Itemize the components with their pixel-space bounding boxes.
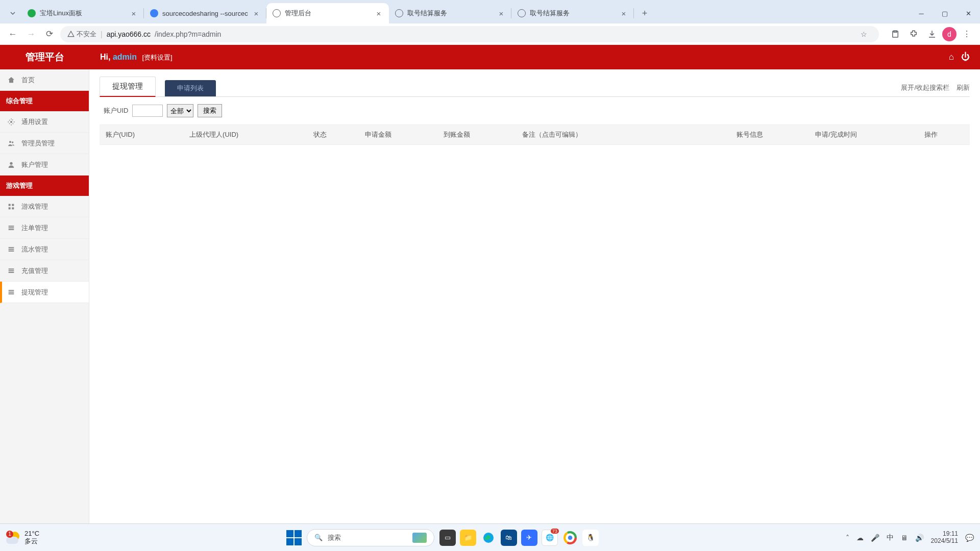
power-icon[interactable]: ⏻ — [961, 52, 970, 62]
close-icon[interactable]: × — [130, 9, 138, 17]
sidebar-item-account-manage[interactable]: 账户管理 — [0, 154, 89, 176]
chrome-icon[interactable] — [562, 530, 578, 546]
taskbar: 1 21°C多云 🔍 搜索 ▭ 📁 🛍 ✈ 🌐73 🐧 ˄ ☁ 🎤 中 🖥 🔊 … — [0, 523, 980, 551]
reload-button[interactable]: ⟳ — [42, 27, 57, 42]
taskview-icon[interactable]: ▭ — [439, 530, 456, 546]
system-tray: ˄ ☁ 🎤 中 🖥 🔊 19:112024/5/11 💬 — [846, 531, 974, 545]
col-account: 账户(UID) — [100, 125, 183, 145]
tab-title: 宝塔Linux面板 — [40, 9, 126, 18]
col-agent: 上级代理人(UID) — [183, 125, 307, 145]
qq-icon[interactable]: 🐧 — [582, 530, 599, 546]
weather-cond: 多云 — [24, 538, 39, 545]
col-apply-amount: 申请金额 — [359, 125, 437, 145]
store-icon[interactable]: 🛍 — [501, 530, 517, 546]
refresh-link[interactable]: 刷新 — [957, 83, 970, 92]
toggle-search-link[interactable]: 展开/收起搜索栏 — [901, 83, 949, 92]
browser-tab-active[interactable]: 管理后台× — [266, 3, 389, 23]
downloads-icon[interactable] — [924, 26, 940, 42]
minimize-button[interactable]: ─ — [910, 3, 933, 23]
svg-point-27 — [568, 535, 572, 540]
browser-tab[interactable]: 取号结算服务× — [389, 3, 511, 23]
col-status: 状态 — [307, 125, 359, 145]
taskbar-search[interactable]: 🔍 搜索 — [307, 529, 434, 546]
svg-point-5 — [10, 162, 12, 164]
weather-widget[interactable]: 1 21°C多云 — [6, 530, 39, 545]
sidebar-item-admin-manage[interactable]: 管理员管理 — [0, 133, 89, 154]
extensions-icon[interactable] — [905, 26, 922, 42]
new-tab-button[interactable]: + — [636, 5, 653, 22]
tab-search-dropdown[interactable] — [4, 3, 21, 23]
svg-rect-6 — [9, 204, 11, 206]
onedrive-icon[interactable]: ☁ — [856, 534, 864, 542]
feishu-icon[interactable]: ✈ — [521, 530, 537, 546]
uid-label: 账户UID — [104, 106, 128, 115]
profile-settings-link[interactable]: [资料设置] — [142, 54, 172, 61]
browser-tab[interactable]: sourcecodesharing --sourcec× — [144, 3, 266, 23]
profile-avatar[interactable]: d — [942, 27, 957, 41]
close-icon[interactable]: × — [375, 9, 383, 17]
ime-icon[interactable]: 中 — [887, 533, 894, 542]
menu-icon[interactable]: ⋮ — [959, 26, 975, 42]
forward-button[interactable]: → — [23, 27, 39, 42]
tray-overflow-icon[interactable]: ˄ — [846, 534, 849, 542]
sidebar-category-general: 综合管理 — [0, 91, 89, 111]
taskbar-apps: ▭ 📁 🛍 ✈ 🌐73 🐧 — [439, 530, 599, 546]
uid-input[interactable] — [132, 105, 163, 117]
back-button[interactable]: ← — [5, 27, 20, 42]
close-icon[interactable]: × — [497, 9, 505, 17]
col-account-info: 账号信息 — [730, 125, 809, 145]
reading-list-icon[interactable] — [887, 26, 903, 42]
sidebar-item-home[interactable]: 首页 — [0, 69, 89, 91]
search-button[interactable]: 搜索 — [198, 104, 222, 117]
svg-rect-17 — [9, 270, 14, 271]
volume-icon[interactable]: 🔊 — [915, 534, 924, 542]
start-button[interactable] — [286, 530, 302, 545]
explorer-icon[interactable]: 📁 — [460, 530, 476, 546]
tab-title: 管理后台 — [285, 9, 371, 18]
app-unknown-icon[interactable]: 🌐73 — [542, 530, 558, 546]
close-window-button[interactable]: ✕ — [957, 3, 980, 23]
close-icon[interactable]: × — [620, 9, 628, 17]
url-path: /index.php?m=admin — [155, 30, 221, 38]
sidebar-item-flow-manage[interactable]: 流水管理 — [0, 239, 89, 260]
sidebar-item-recharge-manage[interactable]: 充值管理 — [0, 260, 89, 282]
svg-rect-7 — [12, 204, 14, 206]
tab-withdraw-manage[interactable]: 提现管理 — [100, 77, 156, 97]
browser-tab[interactable]: 取号结算服务× — [511, 3, 634, 23]
maximize-button[interactable]: ▢ — [933, 3, 957, 23]
svg-rect-19 — [9, 290, 14, 291]
network-icon[interactable]: 🖥 — [901, 534, 908, 542]
svg-rect-14 — [9, 248, 14, 249]
favicon-icon — [395, 9, 403, 17]
svg-point-3 — [9, 141, 11, 143]
favicon-icon — [518, 9, 526, 17]
home-icon[interactable]: ⌂ — [949, 52, 954, 62]
address-bar[interactable]: 不安全 | api.yao666.cc/index.php?m=admin ☆ — [60, 26, 879, 42]
notifications-icon[interactable]: 💬 — [965, 534, 974, 542]
data-table: 账户(UID) 上级代理人(UID) 状态 申请金额 到账金额 备注（点击可编辑… — [100, 124, 970, 145]
search-art-icon — [412, 533, 427, 543]
url-host: api.yao666.cc — [107, 30, 151, 38]
bookmark-icon[interactable]: ☆ — [855, 26, 872, 42]
favicon-icon — [28, 9, 36, 17]
status-select[interactable]: 全部 — [167, 104, 193, 117]
close-icon[interactable]: × — [252, 9, 260, 17]
tab-apply-list[interactable]: 申请列表 — [165, 80, 216, 96]
sidebar-item-game-manage[interactable]: 游戏管理 — [0, 196, 89, 217]
svg-rect-13 — [9, 247, 14, 248]
clock[interactable]: 19:112024/5/11 — [931, 531, 958, 545]
col-action: 操作 — [918, 125, 970, 145]
weather-icon: 1 — [6, 531, 20, 545]
sidebar-item-withdraw-manage[interactable]: 提现管理 — [0, 282, 89, 303]
sidebar-item-general-settings[interactable]: 通用设置 — [0, 111, 89, 133]
search-bar: 账户UID 全部 搜索 — [100, 97, 970, 124]
browser-chrome: 宝塔Linux面板× sourcecodesharing --sourcec× … — [0, 0, 980, 45]
sidebar-item-bet-manage[interactable]: 注单管理 — [0, 217, 89, 239]
mic-icon[interactable]: 🎤 — [871, 534, 879, 542]
favicon-icon — [273, 9, 281, 17]
tab-title: 取号结算服务 — [530, 9, 616, 18]
svg-point-2 — [10, 121, 12, 123]
edge-icon[interactable] — [480, 530, 497, 546]
weather-temp: 21°C — [24, 530, 39, 538]
browser-tab[interactable]: 宝塔Linux面板× — [21, 3, 144, 23]
